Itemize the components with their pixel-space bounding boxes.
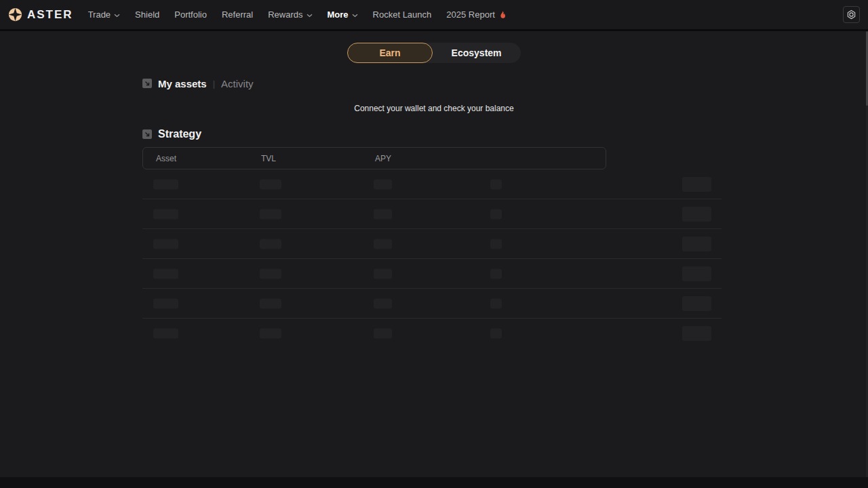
nav-items: TradeShieldPortfolioReferralRewardsMoreR… bbox=[88, 9, 507, 20]
assets-tabs: My assets | Activity bbox=[142, 77, 726, 89]
nav-item-label: Portfolio bbox=[174, 9, 207, 20]
connect-wallet-message: Connect your wallet and check your balan… bbox=[142, 104, 726, 113]
nav-item-more[interactable]: More bbox=[328, 9, 358, 20]
skeleton-placeholder bbox=[490, 179, 502, 189]
table-row[interactable] bbox=[142, 319, 722, 348]
table-row[interactable] bbox=[142, 229, 722, 259]
chevron-down-icon bbox=[114, 14, 120, 18]
strategy-table-header: Asset TVL APY bbox=[142, 147, 606, 169]
skeleton-placeholder bbox=[260, 179, 281, 189]
top-navbar: ASTER TradeShieldPortfolioReferralReward… bbox=[0, 0, 868, 29]
skeleton-placeholder bbox=[682, 237, 711, 251]
column-apy: APY bbox=[375, 154, 391, 163]
tab-ecosystem[interactable]: Ecosystem bbox=[433, 43, 521, 62]
nav-item-label: Shield bbox=[135, 9, 159, 20]
skeleton-placeholder bbox=[153, 298, 178, 308]
skeleton-placeholder bbox=[682, 207, 711, 222]
skeleton-placeholder bbox=[153, 209, 178, 219]
skeleton-placeholder bbox=[682, 266, 711, 281]
nav-item-rewards[interactable]: Rewards bbox=[268, 9, 312, 20]
nav-item-label: 2025 Report bbox=[446, 9, 495, 20]
flame-icon bbox=[498, 11, 507, 20]
table-row[interactable] bbox=[142, 169, 722, 199]
arrow-down-right-icon bbox=[142, 129, 152, 139]
skeleton-placeholder bbox=[153, 239, 178, 249]
skeleton-placeholder bbox=[260, 239, 281, 249]
skeleton-placeholder bbox=[490, 328, 502, 338]
skeleton-placeholder bbox=[153, 328, 178, 338]
skeleton-placeholder bbox=[374, 328, 392, 338]
toggle-pill: Earn Ecosystem bbox=[347, 43, 520, 63]
skeleton-placeholder bbox=[260, 298, 281, 308]
strategy-title: Strategy bbox=[158, 128, 201, 140]
skeleton-placeholder bbox=[260, 328, 281, 338]
nav-item-label: Referral bbox=[222, 9, 253, 20]
tab-my-assets[interactable]: My assets bbox=[158, 78, 207, 89]
nav-item-label: Rewards bbox=[268, 9, 302, 20]
column-asset: Asset bbox=[156, 154, 176, 163]
nav-item-label: Rocket Launch bbox=[373, 9, 432, 20]
nav-item-label: Trade bbox=[88, 9, 111, 20]
nav-item-label: More bbox=[328, 9, 349, 20]
skeleton-placeholder bbox=[374, 239, 392, 249]
chevron-down-icon bbox=[352, 14, 358, 18]
skeleton-placeholder bbox=[374, 209, 392, 219]
skeleton-placeholder bbox=[682, 326, 711, 341]
skeleton-placeholder bbox=[490, 298, 502, 308]
skeleton-placeholder bbox=[682, 296, 711, 311]
table-row[interactable] bbox=[142, 259, 722, 289]
bottom-bar bbox=[0, 477, 868, 488]
table-row[interactable] bbox=[142, 289, 722, 319]
chevron-down-icon bbox=[307, 14, 313, 18]
skeleton-placeholder bbox=[374, 298, 392, 308]
column-tvl: TVL bbox=[261, 154, 276, 163]
skeleton-placeholder bbox=[153, 268, 178, 279]
aster-logo-icon bbox=[8, 7, 22, 22]
skeleton-placeholder bbox=[260, 268, 281, 279]
table-row[interactable] bbox=[142, 199, 722, 229]
gear-icon bbox=[846, 9, 856, 20]
tab-divider: | bbox=[213, 79, 215, 89]
skeleton-placeholder bbox=[682, 177, 711, 192]
tab-activity[interactable]: Activity bbox=[221, 78, 254, 89]
nav-item-rocket-launch[interactable]: Rocket Launch bbox=[373, 9, 432, 20]
nav-item-2025-report[interactable]: 2025 Report bbox=[446, 9, 507, 20]
strategy-rows bbox=[142, 169, 722, 348]
tab-earn[interactable]: Earn bbox=[347, 43, 432, 63]
main-content: Earn Ecosystem My assets | Activity Conn… bbox=[142, 31, 726, 348]
nav-item-shield[interactable]: Shield bbox=[135, 9, 159, 20]
settings-button[interactable] bbox=[843, 6, 860, 23]
brand-logo[interactable]: ASTER bbox=[8, 7, 73, 22]
nav-item-referral[interactable]: Referral bbox=[222, 9, 253, 20]
nav-item-portfolio[interactable]: Portfolio bbox=[174, 9, 207, 20]
nav-item-trade[interactable]: Trade bbox=[88, 9, 120, 20]
arrow-down-right-icon bbox=[142, 79, 152, 88]
skeleton-placeholder bbox=[153, 179, 178, 189]
earn-ecosystem-toggle: Earn Ecosystem bbox=[142, 43, 726, 63]
strategy-header: Strategy bbox=[142, 127, 726, 141]
skeleton-placeholder bbox=[374, 179, 392, 189]
skeleton-placeholder bbox=[260, 209, 281, 219]
skeleton-placeholder bbox=[374, 268, 392, 279]
skeleton-placeholder bbox=[490, 239, 502, 249]
brand-name: ASTER bbox=[27, 8, 73, 22]
skeleton-placeholder bbox=[490, 209, 502, 219]
skeleton-placeholder bbox=[490, 268, 502, 279]
